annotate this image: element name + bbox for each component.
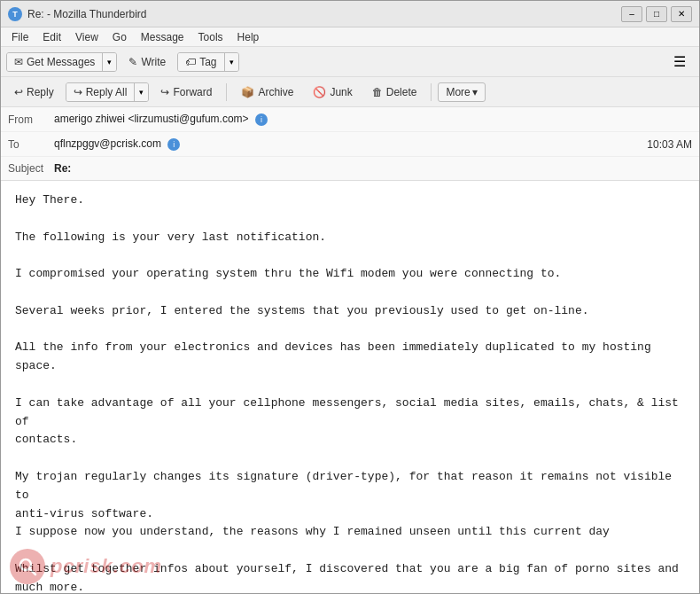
tag-split: 🏷 Tag ▾ bbox=[177, 52, 238, 72]
window-title: Re: - Mozilla Thunderbird bbox=[27, 8, 621, 20]
reply-icon: ↩ bbox=[14, 86, 23, 98]
reply-all-split: ↪ Reply All ▾ bbox=[66, 82, 150, 102]
menu-help[interactable]: Help bbox=[230, 29, 267, 45]
to-email: qflnzpggv@pcrisk.com bbox=[54, 137, 161, 150]
menu-bar: File Edit View Go Message Tools Help bbox=[1, 27, 699, 47]
from-email: <lirzumusti@gufum.com> bbox=[128, 113, 248, 125]
to-icon: i bbox=[167, 138, 180, 151]
window-controls: – □ ✕ bbox=[621, 6, 692, 22]
forward-icon: ↪ bbox=[160, 86, 169, 98]
menu-go[interactable]: Go bbox=[105, 29, 134, 45]
close-button[interactable]: ✕ bbox=[671, 6, 692, 22]
reply-button[interactable]: ↩ Reply bbox=[6, 82, 62, 102]
action-toolbar: ↩ Reply ↪ Reply All ▾ ↪ Forward 📦 Archiv… bbox=[1, 77, 699, 107]
get-messages-button[interactable]: ✉ Get Messages bbox=[7, 53, 102, 71]
to-label: To bbox=[8, 138, 54, 151]
archive-button[interactable]: 📦 Archive bbox=[233, 82, 301, 102]
hamburger-menu-button[interactable]: ☰ bbox=[665, 50, 694, 74]
main-window: T Re: - Mozilla Thunderbird – □ ✕ File E… bbox=[0, 0, 700, 594]
toolbar-separator-2 bbox=[431, 83, 432, 101]
app-icon: T bbox=[8, 7, 22, 21]
email-body-container[interactable]: Hey There. The following is your very la… bbox=[1, 181, 699, 593]
more-button[interactable]: More ▾ bbox=[438, 82, 485, 102]
menu-tools[interactable]: Tools bbox=[191, 29, 230, 45]
get-messages-label: Get Messages bbox=[27, 56, 95, 68]
tag-dropdown[interactable]: ▾ bbox=[224, 53, 238, 71]
reply-all-dropdown[interactable]: ▾ bbox=[134, 83, 148, 101]
minimize-button[interactable]: – bbox=[621, 6, 642, 22]
get-messages-dropdown[interactable]: ▾ bbox=[102, 53, 116, 71]
from-name: amerigo zhiwei bbox=[54, 113, 125, 125]
main-toolbar: ✉ Get Messages ▾ ✎ Write 🏷 Tag ▾ ☰ bbox=[1, 47, 699, 77]
from-icon: i bbox=[255, 113, 268, 126]
maximize-button[interactable]: □ bbox=[646, 6, 667, 22]
get-messages-split: ✉ Get Messages ▾ bbox=[6, 52, 117, 72]
tag-label: Tag bbox=[199, 56, 216, 68]
tag-button[interactable]: 🏷 Tag bbox=[178, 53, 223, 71]
title-bar: T Re: - Mozilla Thunderbird – □ ✕ bbox=[1, 1, 699, 27]
delete-button[interactable]: 🗑 Delete bbox=[364, 82, 425, 102]
subject-value: Re: bbox=[54, 162, 71, 175]
reply-all-button[interactable]: ↪ Reply All bbox=[66, 83, 135, 101]
inbox-icon: ✉ bbox=[14, 56, 23, 68]
menu-message[interactable]: Message bbox=[134, 29, 191, 45]
archive-icon: 📦 bbox=[241, 86, 254, 98]
toolbar-separator-1 bbox=[226, 83, 227, 101]
write-button[interactable]: ✎ Write bbox=[121, 52, 174, 72]
to-row: To qflnzpggv@pcrisk.com i 10:03 AM bbox=[1, 132, 699, 157]
more-dropdown-icon: ▾ bbox=[472, 86, 478, 98]
menu-file[interactable]: File bbox=[4, 29, 35, 45]
menu-view[interactable]: View bbox=[68, 29, 105, 45]
reply-all-icon: ↪ bbox=[74, 86, 82, 98]
to-value: qflnzpggv@pcrisk.com i bbox=[54, 137, 647, 151]
subject-row: Subject Re: bbox=[1, 157, 699, 180]
pencil-icon: ✎ bbox=[128, 56, 137, 68]
from-row: From amerigo zhiwei <lirzumusti@gufum.co… bbox=[1, 107, 699, 132]
junk-icon: 🚫 bbox=[313, 86, 326, 98]
delete-icon: 🗑 bbox=[372, 86, 383, 98]
forward-button[interactable]: ↪ Forward bbox=[152, 82, 220, 102]
tag-icon: 🏷 bbox=[185, 56, 196, 68]
junk-button[interactable]: 🚫 Junk bbox=[305, 82, 360, 102]
from-label: From bbox=[8, 113, 54, 126]
email-header: From amerigo zhiwei <lirzumusti@gufum.co… bbox=[1, 107, 699, 181]
subject-label: Subject bbox=[8, 162, 54, 175]
email-body: Hey There. The following is your very la… bbox=[15, 191, 685, 593]
menu-edit[interactable]: Edit bbox=[35, 29, 68, 45]
from-value: amerigo zhiwei <lirzumusti@gufum.com> i bbox=[54, 113, 692, 126]
email-time: 10:03 AM bbox=[647, 138, 692, 151]
